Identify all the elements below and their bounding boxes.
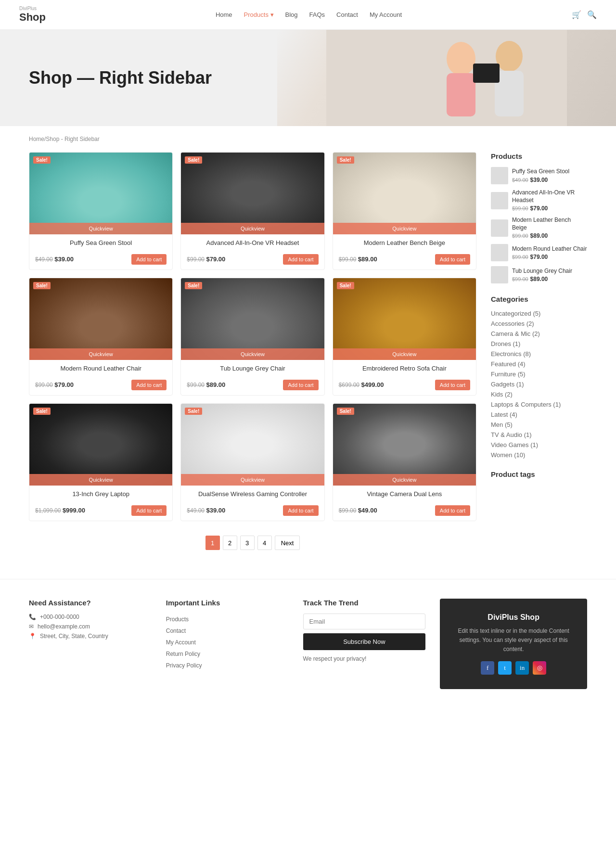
sidebar-category-item[interactable]: Women (10) <box>491 451 587 459</box>
add-to-cart-button[interactable]: Add to cart <box>435 380 470 390</box>
sidebar-category-item[interactable]: Featured (4) <box>491 360 587 368</box>
page-button[interactable]: 2 <box>223 536 237 550</box>
sale-badge: Sale! <box>337 282 354 289</box>
price-new: $89.00 <box>358 256 377 263</box>
product-name: Tub Lounge Grey Chair <box>187 365 318 372</box>
sidebar-price-new: $39.00 <box>530 177 548 183</box>
product-name: DualSense Wireless Gaming Controller <box>187 490 318 498</box>
page-button[interactable]: 4 <box>257 536 272 550</box>
next-page-button[interactable]: Next <box>275 536 300 550</box>
product-card: Sale! Quickview Embroidered Retro Sofa C… <box>333 278 476 396</box>
sidebar-category-item[interactable]: Electronics (8) <box>491 350 587 358</box>
product-price: $49.00 $39.00 <box>35 256 74 263</box>
sidebar-category-item[interactable]: Laptops & Computers (1) <box>491 401 587 408</box>
page-button[interactable]: 3 <box>240 536 255 550</box>
subscribe-button[interactable]: Subscribe Now <box>303 633 426 650</box>
quickview-button[interactable]: Quickview <box>29 223 172 234</box>
sidebar-product-name[interactable]: Tub Lounge Grey Chair <box>512 268 572 275</box>
nav-home[interactable]: Home <box>216 11 232 18</box>
nav-my-account[interactable]: My Account <box>370 11 402 18</box>
add-to-cart-button[interactable]: Add to cart <box>283 505 318 516</box>
quickview-button[interactable]: Quickview <box>29 348 172 360</box>
sale-badge: Sale! <box>185 408 202 415</box>
sidebar-product-name[interactable]: Modern Round Leather Chair <box>512 245 587 253</box>
nav-products[interactable]: Products ▾ <box>244 11 274 18</box>
sidebar-category-item[interactable]: Video Games (1) <box>491 441 587 448</box>
product-image: Sale! Quickview <box>181 404 324 486</box>
footer-link[interactable]: Contact <box>166 625 289 637</box>
sidebar-category-item[interactable]: Kids (2) <box>491 391 587 398</box>
add-to-cart-button[interactable]: Add to cart <box>283 380 318 390</box>
quickview-button[interactable]: Quickview <box>181 223 324 234</box>
product-price: $99.00 $79.00 <box>187 256 225 263</box>
facebook-icon[interactable]: f <box>481 661 494 675</box>
sidebar-category-item[interactable]: TV & Audio (1) <box>491 431 587 438</box>
add-to-cart-button[interactable]: Add to cart <box>435 505 470 516</box>
instagram-icon[interactable]: ◎ <box>533 661 546 675</box>
logo[interactable]: DiviPlus Shop <box>19 6 46 24</box>
nav-faqs[interactable]: FAQs <box>309 11 325 18</box>
sidebar-category-item[interactable]: Camera & Mic (2) <box>491 330 587 337</box>
sidebar-category-item[interactable]: Uncategorized (5) <box>491 310 587 317</box>
footer-trend-title: Track The Trend <box>303 599 426 607</box>
breadcrumb: Home/Shop - Right Sidebar <box>0 126 616 147</box>
sidebar-category-item[interactable]: Accessories (2) <box>491 320 587 327</box>
sidebar-product-image <box>491 192 508 209</box>
svg-rect-2 <box>447 73 475 116</box>
twitter-icon[interactable]: t <box>498 661 512 675</box>
product-footer: $99.00 $79.00 Add to cart <box>29 380 172 395</box>
quickview-button[interactable]: Quickview <box>333 348 476 360</box>
product-image: Sale! Quickview <box>333 278 476 360</box>
price-old: $49.00 <box>35 256 53 263</box>
add-to-cart-button[interactable]: Add to cart <box>435 254 470 265</box>
product-card: Sale! Quickview Modern Leather Bench Bei… <box>333 152 476 270</box>
hero-banner: Shop — Right Sidebar <box>0 30 616 126</box>
sidebar-product-name[interactable]: Puffy Sea Green Stool <box>512 168 569 176</box>
add-to-cart-button[interactable]: Add to cart <box>131 254 167 265</box>
footer-link[interactable]: Privacy Policy <box>166 660 289 671</box>
footer-link[interactable]: Return Policy <box>166 648 289 660</box>
linkedin-icon[interactable]: in <box>515 661 529 675</box>
sidebar-product-image <box>491 167 508 184</box>
product-info: Puffy Sea Green Stool <box>29 234 172 254</box>
cart-icon[interactable]: 🛒 <box>572 10 581 19</box>
search-icon[interactable]: 🔍 <box>587 10 597 19</box>
sale-badge: Sale! <box>33 408 51 415</box>
sidebar-product-name[interactable]: Modern Leather Bench Beige <box>512 217 587 231</box>
page-button[interactable]: 1 <box>205 536 220 550</box>
email-input[interactable] <box>303 614 426 629</box>
sidebar-product-name[interactable]: Advanced All-In-One VR Headset <box>512 189 587 204</box>
add-to-cart-button[interactable]: Add to cart <box>131 380 167 390</box>
quickview-button[interactable]: Quickview <box>333 474 476 486</box>
product-image: Sale! Quickview <box>29 404 172 486</box>
product-image: Sale! Quickview <box>333 153 476 234</box>
sidebar-category-item[interactable]: Gadgets (1) <box>491 381 587 388</box>
sidebar-product-price: $99.00 $89.00 <box>512 231 587 239</box>
product-card: Sale! Quickview Vintage Camera Dual Lens… <box>333 403 476 521</box>
sidebar-category-item[interactable]: Furniture (5) <box>491 371 587 378</box>
sidebar-categories-section: Categories Uncategorized (5)Accessories … <box>491 295 587 459</box>
footer-link[interactable]: Products <box>166 614 289 625</box>
quickview-button[interactable]: Quickview <box>333 223 476 234</box>
add-to-cart-button[interactable]: Add to cart <box>283 254 318 265</box>
sidebar-product-info: Modern Leather Bench Beige $99.00 $89.00 <box>512 217 587 239</box>
product-name: Puffy Sea Green Stool <box>35 239 167 246</box>
quickview-button[interactable]: Quickview <box>181 474 324 486</box>
sidebar-category-item[interactable]: Latest (4) <box>491 411 587 418</box>
sidebar-category-item[interactable]: Men (5) <box>491 421 587 428</box>
product-info: 13-Inch Grey Laptop <box>29 486 172 505</box>
sale-badge: Sale! <box>33 282 51 289</box>
nav-blog[interactable]: Blog <box>285 11 298 18</box>
pagination: 1234Next <box>29 536 476 550</box>
quickview-button[interactable]: Quickview <box>29 474 172 486</box>
product-footer: $1,099.00 $999.00 Add to cart <box>29 505 172 521</box>
sidebar-product-item: Modern Round Leather Chair $99.00 $79.00 <box>491 244 587 261</box>
product-card: Sale! Quickview DualSense Wireless Gamin… <box>180 403 324 521</box>
footer-link[interactable]: My Account <box>166 637 289 648</box>
nav-contact[interactable]: Contact <box>336 11 358 18</box>
price-new: $499.00 <box>361 381 384 388</box>
quickview-button[interactable]: Quickview <box>181 348 324 360</box>
add-to-cart-button[interactable]: Add to cart <box>131 505 167 516</box>
sidebar-category-item[interactable]: Drones (1) <box>491 340 587 347</box>
product-price: $99.00 $49.00 <box>339 507 377 514</box>
